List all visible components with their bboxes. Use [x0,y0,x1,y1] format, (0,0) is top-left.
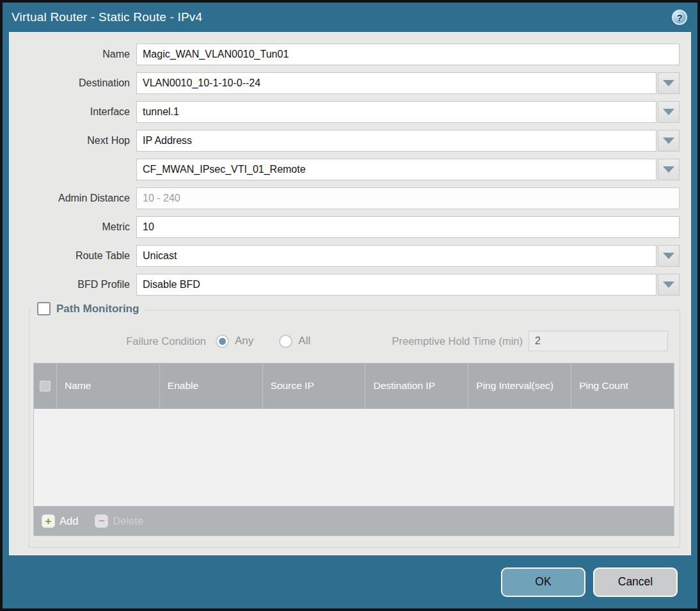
metric-label: Metric [10,221,136,233]
metric-row: Metric [10,216,680,238]
path-monitoring-legend: Path Monitoring [32,302,144,315]
failure-condition-label: Failure Condition [33,335,206,347]
preemptive-hold-time-label: Preemptive Hold Time (min) [392,335,523,347]
column-header-ping-count: Ping Count [571,363,674,409]
select-all-checkbox [40,381,51,392]
help-icon[interactable]: ? [672,10,687,25]
metric-input[interactable] [136,216,680,238]
failure-condition-all-radio [279,335,292,348]
interface-row: Interface [10,101,680,123]
dialog-footer: OK Cancel [3,555,697,608]
table-toolbar: + Add − Delete [34,506,674,536]
path-monitoring-title: Path Monitoring [56,303,139,315]
dialog-title: Virtual Router - Static Route - IPv4 [12,10,202,24]
chevron-down-icon [663,109,674,115]
add-button[interactable]: + Add [42,514,78,528]
admin-distance-label: Admin Distance [10,193,136,204]
help-glyph: ? [676,12,682,23]
next-hop-type-input[interactable] [136,130,656,152]
name-input[interactable] [136,44,680,65]
name-row: Name [10,44,680,65]
next-hop-address-dropdown-button[interactable] [658,159,680,180]
interface-label: Interface [10,106,136,118]
next-hop-row: Next Hop [10,130,680,152]
chevron-down-icon [663,80,674,86]
failure-condition-any-radio [216,335,229,348]
next-hop-dropdown-button[interactable] [658,130,680,152]
delete-button-label: Delete [113,515,143,527]
static-route-form: Name Destination Interface [10,33,690,296]
column-header-destination-ip: Destination IP [365,363,468,409]
bfd-profile-label: BFD Profile [10,279,136,290]
destination-dropdown-button[interactable] [658,72,680,94]
table-body-empty [34,409,674,506]
route-table-dropdown-button[interactable] [658,245,680,267]
select-all-column [34,363,56,409]
chevron-down-icon [663,253,674,259]
admin-distance-input[interactable] [136,187,680,209]
add-button-label: Add [60,515,78,527]
dialog-body: Name Destination Interface [9,32,691,555]
failure-condition-any-label: Any [235,335,253,347]
path-monitoring-section: Path Monitoring Failure Condition Any Al… [29,310,680,548]
plus-icon: + [42,514,55,528]
bfd-profile-dropdown-button[interactable] [658,274,680,296]
chevron-down-icon [663,282,674,288]
failure-condition-all-label: All [298,335,310,347]
title-bar: Virtual Router - Static Route - IPv4 ? [3,3,697,32]
dialog-window: Virtual Router - Static Route - IPv4 ? N… [3,3,697,608]
destination-row: Destination [10,72,680,94]
column-header-source-ip: Source IP [262,363,365,409]
failure-condition-row: Failure Condition Any All Preemptive Hol… [33,331,674,351]
admin-distance-row: Admin Distance [10,187,680,209]
interface-dropdown-button[interactable] [658,101,680,123]
table-header-row: Name Enable Source IP Destination IP Pin… [34,363,674,409]
cancel-button[interactable]: Cancel [593,567,678,597]
route-table-label: Route Table [10,250,136,262]
delete-button: − Delete [95,514,143,528]
interface-input[interactable] [136,101,656,123]
next-hop-address-row [10,159,680,180]
path-monitoring-table: Name Enable Source IP Destination IP Pin… [33,363,674,536]
ok-button[interactable]: OK [501,567,585,597]
route-table-input[interactable] [136,245,656,267]
column-header-enable: Enable [159,363,262,409]
bfd-profile-input[interactable] [136,274,656,296]
chevron-down-icon [663,138,674,144]
next-hop-label: Next Hop [10,135,136,147]
column-header-ping-interval: Ping Interval(sec) [468,363,571,409]
radio-selected-dot [219,338,226,345]
bfd-profile-row: BFD Profile [10,274,680,296]
column-header-name: Name [56,363,159,409]
destination-input[interactable] [136,72,656,94]
route-table-row: Route Table [10,245,680,267]
minus-icon: − [95,514,108,528]
chevron-down-icon [663,166,674,173]
next-hop-address-input[interactable] [136,159,656,180]
preemptive-hold-time-input [529,331,668,351]
path-monitoring-checkbox[interactable] [37,302,51,315]
name-label: Name [10,49,136,60]
destination-label: Destination [10,77,136,89]
